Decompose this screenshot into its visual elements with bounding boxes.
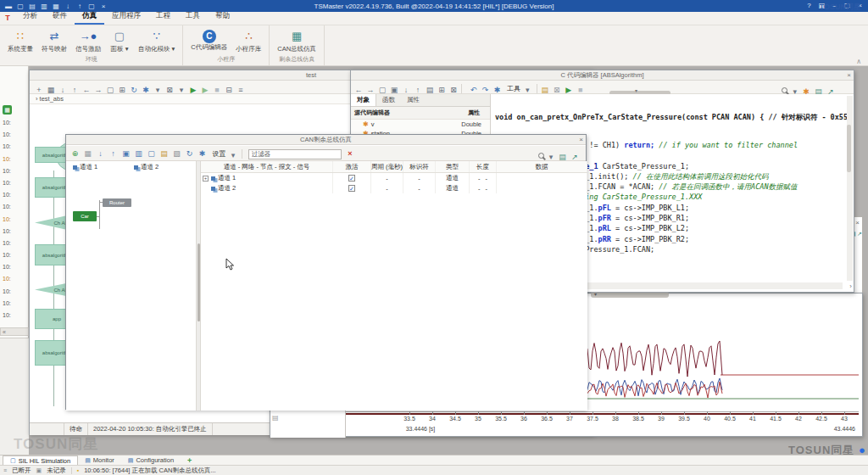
ribbon-tab-硬件[interactable]: 硬件	[45, 9, 75, 25]
tab-函数[interactable]: 函数	[376, 94, 401, 106]
import-icon[interactable]: ▤	[158, 147, 170, 161]
active-cell[interactable]: ✓	[333, 183, 371, 193]
select-none-icon[interactable]: ▢	[145, 147, 158, 161]
code-editor-title[interactable]: C 代码编辑器 [ABSAlgorithm]	[351, 70, 854, 81]
log-timestamp: 10:	[0, 261, 29, 273]
column-header[interactable]: 数据	[497, 161, 587, 172]
ribbon-group: ▦CAN总线仿真剩余总线仿真	[270, 25, 325, 65]
tab-属性[interactable]: 属性	[401, 94, 426, 106]
panel-button[interactable]: ▢面板 ▾	[105, 27, 134, 54]
select-invert-icon[interactable]: ▥	[132, 147, 145, 161]
table-row[interactable]: 通道 2✓--通道- -	[201, 183, 587, 193]
tick-mark	[844, 411, 845, 415]
ribbon-tab-工具[interactable]: 工具	[178, 9, 208, 25]
move-up-icon[interactable]: ↑	[107, 147, 120, 161]
row-name-cell[interactable]: 通道 2	[201, 183, 333, 193]
tab-对象[interactable]: 对象	[351, 94, 376, 106]
app-logo-icon[interactable]: T	[0, 14, 15, 25]
c-code-editor-button[interactable]: CC代码编辑器	[186, 27, 231, 53]
row-name-cell[interactable]: +通道 1	[201, 173, 333, 183]
scroll-right-icon[interactable]: ›	[849, 282, 852, 290]
brand-logo: TOSUN同星	[820, 2, 861, 13]
identifier-cell: -	[403, 173, 436, 183]
ribbon-tab-仿真[interactable]: 仿真	[75, 9, 104, 25]
settings-menu[interactable]: 设置	[212, 150, 225, 158]
tick-mark	[478, 411, 479, 415]
tree-node-car[interactable]: Car	[73, 211, 97, 221]
workspace-tab-SIL HIL Simulation[interactable]: ▢SIL HIL Simulation	[3, 455, 78, 465]
object-row[interactable]: ✱vDouble	[351, 120, 490, 129]
panel-icon: ▤	[85, 457, 91, 464]
ribbon-item-label: 符号映射	[42, 45, 67, 53]
table-row[interactable]: +通道 1✓--通道- -	[201, 173, 587, 183]
tree-root-label[interactable]: 源代码编辑器	[354, 109, 390, 117]
tick-mark	[432, 411, 433, 415]
ribbon-tab-工程[interactable]: 工程	[148, 9, 178, 25]
grid-icon[interactable]: ▦	[81, 147, 94, 161]
system-variables-icon: ∷	[17, 28, 24, 45]
tools-menu[interactable]: 工具	[507, 84, 520, 93]
column-header[interactable]: 类型	[436, 161, 470, 172]
code-vscrollbar[interactable]	[847, 96, 853, 281]
ribbon-item-label: CAN总线仿真	[277, 45, 316, 53]
close-icon[interactable]: ×	[847, 70, 851, 81]
function-signature: void on_can_pretx_OnPreTx_CarState_Press…	[491, 111, 849, 123]
expand-icon[interactable]: +	[203, 176, 209, 182]
log-filter-icon[interactable]: ▦	[3, 105, 12, 115]
workspace-tab-Monitor[interactable]: ▤Monitor	[78, 455, 121, 465]
dialog-title[interactable]: CAN剩余总线仿真	[66, 135, 586, 145]
record-icon[interactable]: ▣	[36, 467, 42, 474]
add-icon[interactable]: ⊕	[69, 147, 81, 161]
tree-node-router[interactable]: Router	[103, 198, 131, 207]
checkbox[interactable]: ✓	[348, 175, 355, 182]
tick-label: 40	[697, 416, 717, 422]
channel-header[interactable]: 通道 2	[134, 163, 159, 171]
refresh-icon[interactable]: ↻	[183, 147, 196, 161]
breadcrumb-item[interactable]: test_abs	[40, 95, 64, 103]
automation-state: 待命	[64, 423, 88, 435]
tick-mark	[776, 411, 776, 415]
signal-stimulus-button[interactable]: →●信号激励	[71, 27, 105, 54]
column-header[interactable]: 通道 - 网络 - 节点 - 报文 - 信号	[201, 161, 333, 172]
export-icon[interactable]: ▧	[170, 147, 183, 161]
ribbon-tab-帮助[interactable]: 帮助	[208, 9, 237, 25]
ribbon-tab-分析[interactable]: 分析	[15, 9, 45, 25]
log-timestamp: 10:	[0, 189, 29, 201]
pop-out-icon[interactable]: ↗	[857, 231, 862, 238]
mini-program-library-button[interactable]: ∴小程序库	[231, 27, 265, 54]
workspace-tab-Configuration[interactable]: ▤Configuration	[121, 455, 181, 465]
symbol-mapping-icon: ⇄	[50, 28, 59, 45]
tick-label: 34.5	[445, 416, 465, 422]
menu-icon[interactable]: ≡	[3, 467, 7, 473]
system-variables-button[interactable]: ∷系统变量	[3, 27, 37, 54]
search-icon[interactable]	[538, 153, 544, 159]
move-down-icon[interactable]: ↓	[94, 147, 107, 161]
symbol-mapping-button[interactable]: ⇄符号映射	[37, 27, 71, 54]
checkbox[interactable]: ✓	[348, 185, 355, 192]
search-icon[interactable]	[782, 87, 787, 93]
workspace-tab-+[interactable]: +	[181, 455, 198, 465]
help-button[interactable]: ?	[803, 0, 815, 12]
automation-module-button[interactable]: ∵自动化模块 ▾	[134, 27, 179, 54]
tree-connector	[99, 200, 100, 229]
clear-filter-icon[interactable]: ×	[348, 149, 352, 158]
ribbon: ∷系统变量⇄符号映射→●信号激励▢面板 ▾∵自动化模块 ▾环境CC代码编辑器∴小…	[0, 25, 868, 66]
chevron-down-icon[interactable]: ▾	[230, 149, 236, 162]
ribbon-collapse-icon[interactable]: ∧	[856, 58, 861, 65]
active-cell[interactable]: ✓	[333, 173, 371, 183]
column-header[interactable]: 长度	[470, 161, 497, 172]
tick-label: 39.5	[674, 416, 694, 422]
filter-input[interactable]	[248, 149, 342, 159]
column-header[interactable]: 激活	[333, 161, 371, 172]
gear-icon[interactable]: ✱	[196, 147, 209, 161]
ribbon-tab-应用程序[interactable]: 应用程序	[104, 9, 148, 25]
column-header[interactable]: 周期 (毫秒)	[371, 161, 403, 172]
log-hscrollbar[interactable]: «	[0, 327, 29, 336]
channel-header[interactable]: 通道 1	[73, 163, 97, 171]
close-icon[interactable]: ×	[855, 219, 860, 226]
tick-mark	[730, 411, 731, 415]
select-all-icon[interactable]: ▣	[120, 147, 132, 161]
column-header[interactable]: 标识符	[403, 161, 436, 172]
can-bus-simulation-button[interactable]: ▦CAN总线仿真	[273, 27, 320, 54]
close-icon[interactable]: ×	[579, 135, 583, 145]
